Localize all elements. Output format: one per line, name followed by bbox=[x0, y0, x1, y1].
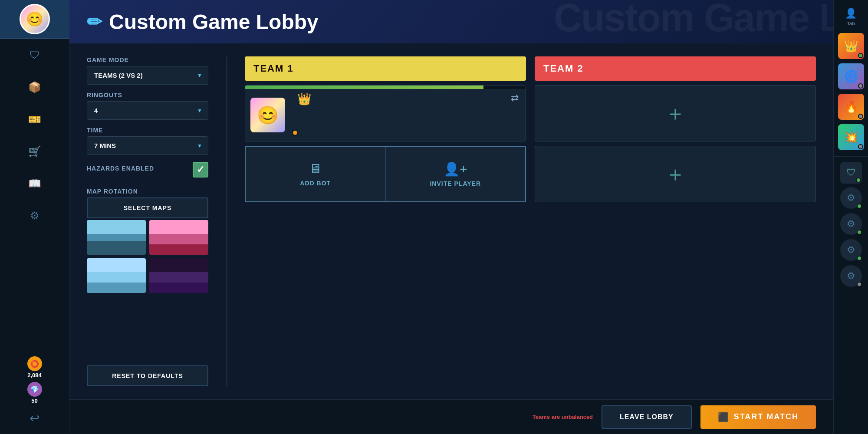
page-title: ✏ Custom Game Lobby bbox=[87, 10, 319, 34]
rs-player-icon: 👤 bbox=[845, 8, 857, 19]
sidebar-item-ticket[interactable]: 🎫 bbox=[24, 108, 46, 130]
game-mode-select[interactable]: TEAMS (2 VS 2) FREE FOR ALL 1 VS 1 bbox=[87, 66, 208, 85]
gems-display: 💎 50 bbox=[27, 382, 42, 404]
swap-icon[interactable]: ⇄ bbox=[511, 92, 519, 104]
game-mode-label: GAME MODE bbox=[87, 56, 208, 63]
steam-dot-4 bbox=[857, 282, 862, 287]
rs-player-4[interactable]: 💥 bbox=[838, 124, 864, 150]
steam-icon-3: ⚙ bbox=[847, 244, 855, 256]
invite-icon: 👤+ bbox=[444, 161, 467, 177]
hazards-section: HAZARDS ENABLED ✓ bbox=[87, 162, 208, 178]
player1-slot: 😊 👑 ⇄ bbox=[245, 85, 526, 141]
team2-column: TEAM 2 ＋ ＋ bbox=[535, 56, 816, 386]
hazards-checkbox[interactable]: ✓ bbox=[193, 162, 208, 178]
action-slot: 🖥 ADD BOT 👤+ INVITE PLAYER bbox=[245, 146, 526, 202]
map-rotation-section: MAP ROTATION SELECT MAPS bbox=[87, 184, 208, 293]
map-thumb-3[interactable] bbox=[87, 258, 146, 293]
rs-dot-2 bbox=[858, 83, 863, 89]
map-thumb-1[interactable] bbox=[87, 220, 146, 255]
start-match-label: START MATCH bbox=[734, 412, 799, 421]
unbalanced-warning: Teams are unbalanced bbox=[533, 414, 593, 420]
back-button[interactable]: ↩ bbox=[30, 411, 39, 425]
ringouts-select-wrapper[interactable]: 4 1 2 3 5 6 bbox=[87, 101, 208, 120]
map-thumb-4-inner bbox=[149, 258, 208, 293]
maps-grid bbox=[87, 220, 208, 293]
edit-icon: ✏ bbox=[87, 11, 102, 33]
footer: Teams are unbalanced LEAVE LOBBY ⬛ START… bbox=[69, 399, 833, 434]
game-mode-select-wrapper[interactable]: TEAMS (2 VS 2) FREE FOR ALL 1 VS 1 bbox=[87, 66, 208, 85]
rs-tab-label: Tab bbox=[847, 21, 855, 26]
team2-header: TEAM 2 bbox=[535, 56, 816, 81]
rs-steam-4[interactable]: ⚙ bbox=[840, 265, 862, 287]
rs-divider bbox=[834, 156, 868, 157]
footer-status: Teams are unbalanced bbox=[533, 414, 593, 420]
rs-steam-1[interactable]: ⚙ bbox=[840, 187, 862, 209]
add-bot-label: ADD BOT bbox=[300, 180, 331, 187]
map-thumb-1-inner bbox=[87, 220, 146, 255]
rs-player-1[interactable]: 👑 bbox=[838, 33, 864, 59]
settings-panel: GAME MODE TEAMS (2 VS 2) FREE FOR ALL 1 … bbox=[87, 56, 208, 386]
invite-player-button[interactable]: 👤+ INVITE PLAYER bbox=[386, 147, 526, 201]
coins-value: 2,084 bbox=[27, 372, 42, 378]
player1-avatar: 😊 bbox=[250, 98, 285, 132]
add-player-icon-2: ＋ bbox=[665, 160, 686, 188]
time-select-wrapper[interactable]: 7 MINS 3 MINS 5 MINS 10 MINS bbox=[87, 136, 208, 155]
steam-icon-4: ⚙ bbox=[847, 270, 855, 282]
panel-divider bbox=[226, 56, 227, 386]
reset-button[interactable]: RESET TO DEFAULTS bbox=[87, 365, 208, 386]
avatar: 😊 bbox=[20, 4, 50, 34]
team1-column: TEAM 1 😊 👑 ⇄ bbox=[245, 56, 526, 386]
leave-lobby-button[interactable]: LEAVE LOBBY bbox=[602, 405, 692, 429]
rs-shield-button[interactable]: 🛡 bbox=[840, 162, 862, 184]
rs-steam-3[interactable]: ⚙ bbox=[840, 239, 862, 261]
rs-dot-1 bbox=[858, 53, 863, 58]
user-avatar-container[interactable]: 😊 bbox=[0, 0, 69, 39]
map-thumb-4[interactable] bbox=[149, 258, 208, 293]
add-bot-button[interactable]: 🖥 ADD BOT bbox=[246, 147, 386, 201]
left-sidebar: 😊 🛡 📦 🎫 🛒 📖 ⚙ ⭕ 2,084 💎 50 ↩ bbox=[0, 0, 69, 434]
steam-icon-1: ⚙ bbox=[847, 192, 855, 204]
rs-steam-2[interactable]: ⚙ bbox=[840, 213, 862, 235]
hazards-label: HAZARDS ENABLED bbox=[87, 165, 154, 172]
ringouts-select[interactable]: 4 1 2 3 5 6 bbox=[87, 101, 208, 120]
content-area: GAME MODE TEAMS (2 VS 2) FREE FOR ALL 1 … bbox=[69, 43, 833, 399]
sidebar-item-box[interactable]: 📦 bbox=[24, 76, 46, 98]
team2-slot1[interactable]: ＋ bbox=[535, 85, 816, 141]
header-bg-text: Custom Game L bbox=[554, 0, 833, 40]
sidebar-item-settings[interactable]: ⚙ bbox=[24, 205, 46, 227]
gems-value: 50 bbox=[31, 398, 37, 404]
ringouts-label: RINGOUTS bbox=[87, 92, 208, 99]
shield-icon: 🛡 bbox=[846, 167, 856, 178]
steam-dot-3 bbox=[857, 256, 862, 261]
ringouts-section: RINGOUTS 4 1 2 3 5 6 bbox=[87, 92, 208, 120]
team1-header: TEAM 1 bbox=[245, 56, 526, 81]
sidebar-bottom: ⭕ 2,084 💎 50 ↩ bbox=[27, 356, 42, 434]
steam-dot-2 bbox=[857, 230, 862, 235]
time-select[interactable]: 7 MINS 3 MINS 5 MINS 10 MINS bbox=[87, 136, 208, 155]
map-thumb-2-inner bbox=[149, 220, 208, 255]
player1-health-fill bbox=[245, 85, 483, 89]
gems-icon: 💎 bbox=[27, 382, 42, 397]
coins-display: ⭕ 2,084 bbox=[27, 356, 42, 378]
sidebar-item-book[interactable]: 📖 bbox=[24, 173, 46, 194]
sidebar-item-cart[interactable]: 🛒 bbox=[24, 141, 46, 162]
steam-icon-2: ⚙ bbox=[847, 218, 855, 230]
time-section: TIME 7 MINS 3 MINS 5 MINS 10 MINS bbox=[87, 127, 208, 155]
time-label: TIME bbox=[87, 127, 208, 134]
player1-health-bar bbox=[245, 85, 526, 89]
teams-area: TEAM 1 😊 👑 ⇄ bbox=[245, 56, 816, 386]
add-player-icon-1: ＋ bbox=[665, 99, 686, 127]
team2-slot2[interactable]: ＋ bbox=[535, 146, 816, 202]
bot-icon: 🖥 bbox=[309, 161, 322, 176]
map-thumb-2[interactable] bbox=[149, 220, 208, 255]
rs-player-2[interactable]: 🌀 bbox=[838, 63, 864, 89]
rs-player-3[interactable]: 🔥 bbox=[838, 94, 864, 120]
game-mode-section: GAME MODE TEAMS (2 VS 2) FREE FOR ALL 1 … bbox=[87, 56, 208, 85]
rs-dot-4 bbox=[858, 144, 863, 149]
select-maps-button[interactable]: SELECT MAPS bbox=[87, 197, 208, 218]
sidebar-item-shield[interactable]: 🛡 bbox=[24, 44, 46, 66]
rs-tab-button[interactable]: 👤 Tab bbox=[842, 4, 860, 30]
shield-dot bbox=[856, 178, 861, 183]
rs-dot-3 bbox=[858, 114, 863, 119]
start-match-button[interactable]: ⬛ START MATCH bbox=[700, 405, 816, 429]
